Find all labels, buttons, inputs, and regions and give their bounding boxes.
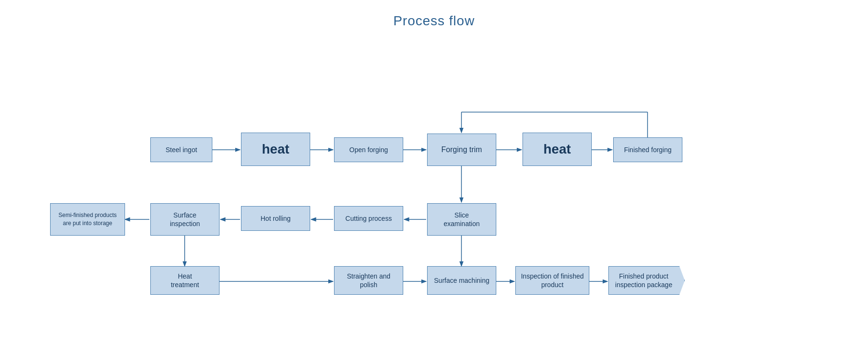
- box-inspection-fin: Inspection of finished product: [515, 266, 589, 295]
- box-surface-mach: Surface machining: [427, 266, 496, 295]
- box-steel-ingot: Steel ingot: [150, 137, 212, 162]
- box-heat2: heat: [523, 133, 592, 166]
- box-surface-insp: Surface inspection: [150, 203, 220, 236]
- box-finished-forging: Finished forging: [613, 137, 682, 162]
- box-hot-rolling: Hot rolling: [241, 206, 310, 231]
- box-finished-pkg: Finished product inspection package: [608, 266, 685, 295]
- box-slice-exam: Slice examination: [427, 203, 496, 236]
- box-semi-finished: Semi-finished products are put into stor…: [50, 203, 125, 236]
- box-open-forging: Open forging: [334, 137, 403, 162]
- page-title: Process flow: [0, 0, 868, 33]
- box-straighten: Straighten and polish: [334, 266, 403, 295]
- box-forging-trim: Forging trim: [427, 134, 496, 166]
- diagram-container: Steel ingot heat Open forging Forging tr…: [0, 33, 868, 352]
- flow-arrows: [0, 33, 868, 352]
- box-heat1: heat: [241, 133, 310, 166]
- box-heat-treatment: Heat treatment: [150, 266, 220, 295]
- box-cutting: Cutting process: [334, 206, 403, 231]
